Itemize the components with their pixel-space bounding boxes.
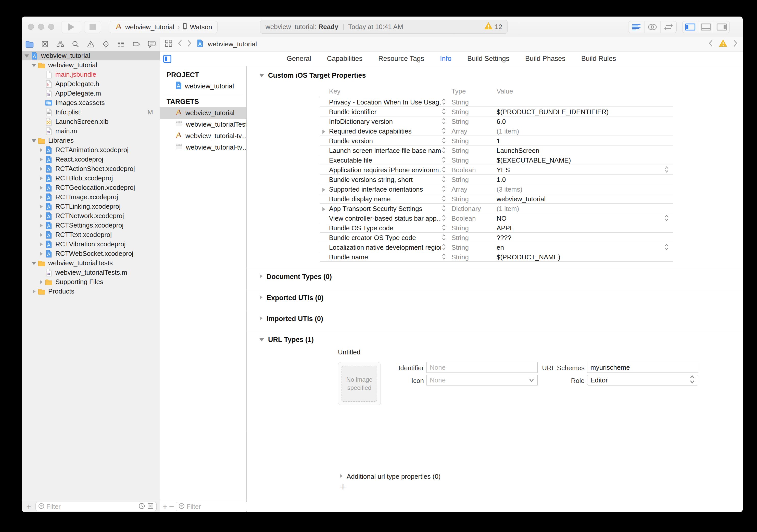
property-key[interactable]: Bundle name	[329, 253, 441, 261]
tree-item[interactable]: Supporting Files	[22, 277, 160, 287]
tree-item[interactable]: Products	[22, 287, 160, 296]
property-value[interactable]: APPL	[497, 224, 514, 232]
navigator-filter-input[interactable]	[46, 503, 136, 510]
add-file-button[interactable]: +	[25, 502, 33, 511]
stepper-icon[interactable]	[442, 98, 446, 107]
property-type[interactable]: String	[451, 224, 469, 232]
project-item[interactable]: webview_tutorial	[160, 80, 246, 92]
source-control-filter-icon[interactable]	[147, 503, 154, 510]
stepper-icon[interactable]	[665, 166, 669, 175]
breakpoint-navigator-icon[interactable]	[132, 40, 141, 49]
stepper-icon[interactable]	[442, 205, 446, 213]
property-row[interactable]: Bundle display nameStringwebview_tutoria…	[320, 194, 673, 204]
stepper-icon[interactable]	[442, 118, 446, 126]
tree-item[interactable]: hAppDelegate.h	[22, 79, 160, 89]
property-value[interactable]: 1.0	[497, 176, 506, 184]
disclosure-right-icon[interactable]	[38, 213, 45, 219]
property-key[interactable]: Supported interface orientations	[329, 185, 441, 193]
tree-item[interactable]: main.jsbundle	[22, 70, 160, 79]
tree-item[interactable]: Info.plistM	[22, 107, 160, 117]
property-value[interactable]: 6.0	[497, 118, 506, 126]
property-row[interactable]: Bundle versionString1	[320, 136, 673, 146]
property-value[interactable]: webview_tutorial	[497, 195, 546, 203]
version-editor-button[interactable]	[661, 21, 677, 33]
property-value[interactable]: 1	[497, 137, 500, 145]
stepper-icon[interactable]	[665, 214, 669, 223]
stepper-icon[interactable]	[665, 243, 669, 252]
tab-capabilities[interactable]: Capabilities	[327, 55, 363, 63]
disclosure-right-icon[interactable]	[38, 223, 45, 228]
property-key[interactable]: InfoDictionary version	[329, 118, 441, 126]
stepper-icon[interactable]	[442, 166, 446, 175]
property-type[interactable]: Array	[451, 127, 467, 135]
identifier-field[interactable]	[426, 362, 538, 373]
property-value[interactable]: ????	[497, 234, 511, 242]
tree-item[interactable]: mmain.m	[22, 126, 160, 136]
property-row[interactable]: Launch screen interface file base nameSt…	[320, 146, 673, 155]
toggle-inspector-button[interactable]	[714, 21, 729, 33]
stepper-icon[interactable]	[442, 147, 446, 155]
property-value[interactable]: (3 items)	[497, 185, 522, 193]
property-type[interactable]: String	[451, 98, 469, 106]
property-row[interactable]: App Transport Security SettingsDictionar…	[320, 204, 673, 213]
tab-build-settings[interactable]: Build Settings	[467, 55, 509, 63]
stepper-icon[interactable]	[442, 137, 446, 146]
next-issue-chevron-icon[interactable]	[733, 40, 738, 49]
test-navigator-icon[interactable]	[102, 40, 110, 49]
tree-item[interactable]: RCTAnimation.xcodeproj	[22, 145, 160, 154]
property-row[interactable]: Bundle creator OS Type codeString????	[320, 233, 673, 242]
property-value[interactable]: $(PRODUCT_NAME)	[497, 253, 560, 261]
disclosure-down-icon[interactable]	[30, 261, 38, 266]
run-button[interactable]	[61, 21, 81, 33]
property-row[interactable]: Supported interface orientationsArray(3 …	[320, 184, 673, 194]
property-row[interactable]: Required device capabilitiesArray(1 item…	[320, 126, 673, 136]
property-type[interactable]: String	[451, 118, 469, 126]
disclosure-down-icon[interactable]	[30, 138, 38, 143]
scheme-selector[interactable]: webview_tutorial › Watson	[110, 21, 218, 33]
target-item[interactable]: webview_tutorial	[160, 107, 246, 119]
disclosure-right-icon[interactable]	[321, 128, 326, 136]
issue-warning-icon[interactable]	[719, 40, 727, 49]
property-row[interactable]: Executable fileString$(EXECUTABLE_NAME)	[320, 155, 673, 165]
tree-item[interactable]: Images.xcassets	[22, 98, 160, 107]
property-value[interactable]: YES	[497, 166, 510, 174]
stepper-icon[interactable]	[442, 224, 446, 233]
recent-files-clock-icon[interactable]	[138, 503, 145, 510]
icon-dropdown[interactable]: None	[426, 375, 538, 385]
property-key[interactable]: Launch screen interface file base name	[329, 147, 441, 154]
tree-item[interactable]: RCTWebSocket.xcodeproj	[22, 249, 160, 258]
tree-item[interactable]: mwebview_tutorialTests.m	[22, 268, 160, 277]
property-type[interactable]: Dictionary	[451, 205, 481, 213]
toggle-navigator-button[interactable]	[682, 21, 698, 33]
imported-utis-section-header[interactable]: Imported UTIs (0)	[259, 315, 323, 323]
forward-chevron-icon[interactable]	[187, 40, 192, 49]
disclosure-right-icon[interactable]	[38, 232, 45, 238]
related-items-icon[interactable]	[165, 39, 173, 49]
report-navigator-icon[interactable]	[147, 40, 156, 49]
add-url-type-button[interactable]: +	[340, 482, 346, 492]
tree-item[interactable]: LaunchScreen.xib	[22, 117, 160, 126]
close-button[interactable]	[28, 24, 34, 30]
navigator-filter-field[interactable]	[36, 502, 157, 511]
property-key[interactable]: Bundle version	[329, 137, 441, 145]
disclosure-right-icon[interactable]	[38, 157, 45, 162]
property-type[interactable]: String	[451, 234, 469, 242]
disclosure-right-icon[interactable]	[38, 279, 45, 285]
property-type[interactable]: Boolean	[451, 166, 476, 174]
property-row[interactable]: Localization native development regionSt…	[320, 242, 673, 252]
additional-url-properties[interactable]: Additional url type properties (0)	[339, 473, 441, 481]
issue-navigator-icon[interactable]	[86, 40, 95, 49]
disclosure-right-icon[interactable]	[38, 204, 45, 210]
property-value[interactable]: (1 item)	[497, 127, 519, 135]
property-key[interactable]: Bundle OS Type code	[329, 224, 441, 232]
property-key[interactable]: Localization native development region	[329, 243, 441, 251]
property-type[interactable]: Boolean	[451, 214, 476, 222]
property-row[interactable]: Bundle nameString$(PRODUCT_NAME)	[320, 252, 673, 262]
tree-item[interactable]: RCTGeolocation.xcodeproj	[22, 183, 160, 192]
stepper-icon[interactable]	[442, 253, 446, 262]
property-key[interactable]: App Transport Security Settings	[329, 205, 441, 213]
property-type[interactable]: String	[451, 156, 469, 164]
tree-item[interactable]: RCTImage.xcodeproj	[22, 192, 160, 202]
disclosure-right-icon[interactable]	[38, 147, 45, 153]
project-navigator-icon[interactable]	[25, 40, 34, 49]
